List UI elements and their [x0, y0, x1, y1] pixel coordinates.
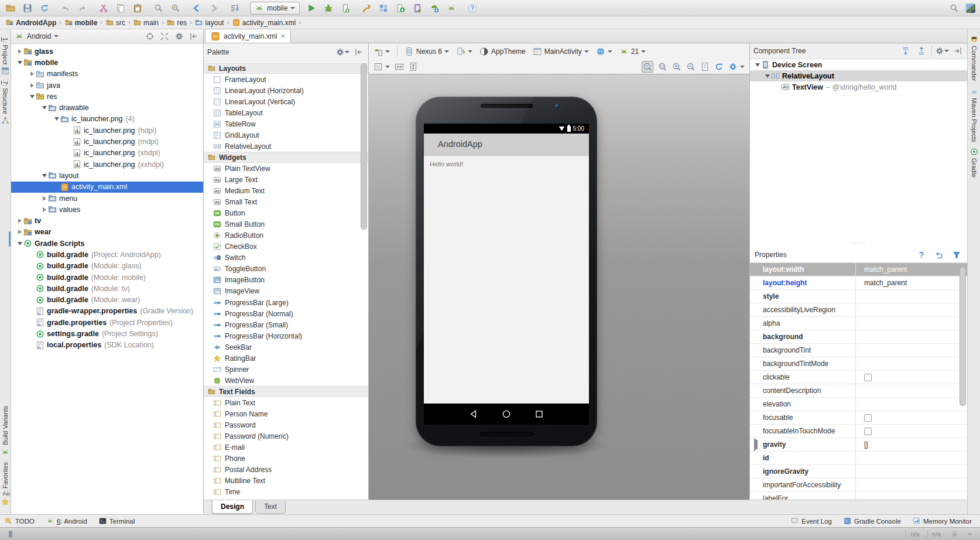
replace-button[interactable] — [170, 2, 181, 14]
property-value[interactable] — [855, 411, 967, 424]
palette-item-person-name[interactable]: Person Name — [204, 408, 368, 419]
palette-item-ratingbar[interactable]: RatingBar — [204, 353, 368, 364]
property-value[interactable] — [855, 357, 967, 370]
expand-arrow-icon[interactable] — [16, 218, 23, 223]
zoom-in-button[interactable] — [672, 62, 681, 71]
tree-item-build-gradle[interactable]: build.gradle(Project: AndroidApp) — [11, 249, 203, 260]
property-value[interactable] — [855, 492, 967, 500]
panel-splitter[interactable]: ····· — [750, 240, 967, 246]
palette-section-widgets[interactable]: Widgets — [204, 152, 368, 163]
expand-arrow-icon[interactable] — [40, 196, 48, 201]
property-row-id[interactable]: id — [750, 452, 967, 465]
palette-item-small-button[interactable]: OKSmall Button — [204, 219, 368, 230]
device-selector[interactable]: Nexus 6 — [405, 47, 449, 56]
undo-button[interactable] — [60, 2, 71, 14]
design-canvas[interactable]: 5:00 AndroidApp Hello world! — [369, 74, 749, 500]
run-configuration-selector[interactable]: mobile — [250, 2, 300, 15]
property-value[interactable]: match_parent — [855, 276, 967, 289]
run-button[interactable] — [306, 2, 317, 14]
project-settings-button[interactable] — [361, 2, 372, 14]
palette-item-password-numeric-[interactable]: Password (Numeric) — [204, 431, 368, 442]
tree-item-menu[interactable]: menu — [11, 193, 203, 204]
render-options-button[interactable] — [728, 62, 745, 71]
palette-item-linearlayout-horizontal-[interactable]: LinearLayout (Horizontal) — [204, 85, 368, 96]
palette-scrollbar[interactable] — [361, 63, 367, 230]
project-settings-button[interactable] — [173, 30, 185, 42]
expand-arrow-icon[interactable] — [28, 71, 36, 76]
tree-item-build-gradle[interactable]: build.gradle(Module: glass) — [11, 261, 203, 272]
tab-activity-main[interactable]: activity_main.xml × — [205, 29, 291, 43]
palette-item-togglebutton[interactable]: ToggleButton — [204, 264, 368, 275]
property-value[interactable] — [855, 452, 967, 464]
palette-item-password[interactable]: Password — [204, 420, 368, 431]
expand-arrow-icon[interactable] — [28, 95, 36, 98]
property-row-labelfor[interactable]: labelFor — [750, 492, 967, 500]
property-value[interactable]: match_parent — [855, 263, 967, 276]
toolwindow-terminal[interactable]: Terminal — [99, 517, 135, 525]
tree-item-drawable[interactable]: drawable — [11, 102, 203, 113]
avd-manager-button[interactable] — [395, 2, 406, 14]
toolwindow-6-android[interactable]: 6: Android — [46, 517, 87, 525]
locate-button[interactable] — [144, 30, 156, 42]
paste-button[interactable] — [132, 2, 143, 14]
palette-item-relativelayout[interactable]: RelativeLayout — [204, 141, 368, 152]
close-icon[interactable]: × — [280, 32, 285, 40]
checkbox[interactable] — [864, 374, 872, 381]
breadcrumb-item[interactable]: AndroidApp — [6, 19, 56, 27]
tree-item-res[interactable]: res — [11, 91, 203, 102]
property-row-ignoregravity[interactable]: ignoreGravity — [750, 465, 967, 479]
toolwindow-memory-monitor[interactable]: Memory Monitor — [913, 517, 972, 525]
help-button[interactable]: ? — [916, 249, 927, 261]
activity-selector[interactable]: MainActivity — [533, 47, 589, 56]
expand-arrow-icon[interactable] — [16, 242, 23, 245]
filter-button[interactable] — [951, 249, 962, 261]
palette-item-seekbar[interactable]: SeekBar — [204, 341, 368, 353]
tree-item-ic-launcher-png[interactable]: ic_launcher.png(xhdpi) — [11, 148, 203, 159]
palette-item-imagebutton[interactable]: ImageButton — [204, 275, 368, 286]
orientation-selector[interactable] — [456, 47, 472, 56]
tree-item-wear[interactable]: wear — [11, 227, 203, 238]
tree-item-build-gradle[interactable]: build.gradle(Module: mobile) — [11, 272, 203, 283]
tree-item-gradle-scripts[interactable]: Gradle Scripts — [11, 238, 203, 249]
property-row-accessibilityliveregion[interactable]: accessibilityLiveRegion — [750, 303, 967, 317]
palette-item-e-mail[interactable]: E-mail — [204, 442, 368, 453]
tree-item-ic-launcher-png[interactable]: ic_launcher.png(4) — [11, 114, 203, 125]
device-config-button[interactable] — [374, 47, 390, 56]
tree-item-glass[interactable]: glass — [11, 46, 203, 57]
tree-item-gradle-properties[interactable]: gradle.properties(Project Properties) — [11, 317, 203, 328]
tool-button-commander[interactable]: Commander — [968, 35, 980, 81]
expand-arrow-icon[interactable] — [16, 61, 23, 64]
fit-width-button[interactable] — [395, 62, 404, 71]
expand-arrow-icon[interactable] — [753, 63, 761, 67]
expand-arrow-icon[interactable] — [53, 117, 60, 121]
tree-hide-button[interactable] — [952, 45, 964, 57]
property-row-background[interactable]: background — [750, 330, 967, 344]
project-view-selector[interactable]: Android — [15, 32, 59, 41]
property-value[interactable] — [855, 330, 967, 343]
debug-button[interactable] — [323, 2, 334, 14]
palette-item-time[interactable]: Time — [204, 487, 368, 498]
palette-item-radiobutton[interactable]: RadioButton — [204, 230, 368, 241]
tool-button-build-variants[interactable]: Build Variants — [0, 406, 11, 456]
fit-height-button[interactable] — [409, 62, 418, 71]
toolwindow-gradle-console[interactable]: Gradle Console — [844, 517, 901, 525]
back-button[interactable] — [191, 2, 203, 14]
breadcrumb-item[interactable]: src — [106, 19, 125, 27]
property-row-focusableintouchmode[interactable]: focusableInTouchMode — [750, 425, 967, 438]
synchronize-button[interactable] — [39, 2, 50, 14]
tool-window-toggle-button[interactable] — [5, 528, 16, 540]
device-screen-preview[interactable]: 5:00 AndroidApp Hello world! — [424, 124, 589, 425]
android-robot-button[interactable] — [446, 2, 457, 14]
hector-indicator[interactable] — [964, 528, 975, 540]
palette-item-plain-text[interactable]: Plain Text — [204, 397, 368, 408]
expand-arrow-icon[interactable] — [763, 74, 771, 78]
component-device-screen[interactable]: Device Screen — [750, 59, 967, 70]
tree-item-manifests[interactable]: manifests — [11, 69, 203, 80]
tree-item-mobile[interactable]: mobile — [11, 57, 203, 68]
zoom-out-button[interactable] — [686, 62, 695, 71]
expand-arrow-icon[interactable] — [28, 83, 36, 88]
palette-item-framelayout[interactable]: FrameLayout — [204, 74, 368, 85]
tree-item-build-gradle[interactable]: build.gradle(Module: wear) — [11, 295, 203, 306]
tree-item-java[interactable]: java — [11, 80, 203, 91]
tree-item-local-properties[interactable]: local.properties(SDK Location) — [11, 340, 203, 351]
